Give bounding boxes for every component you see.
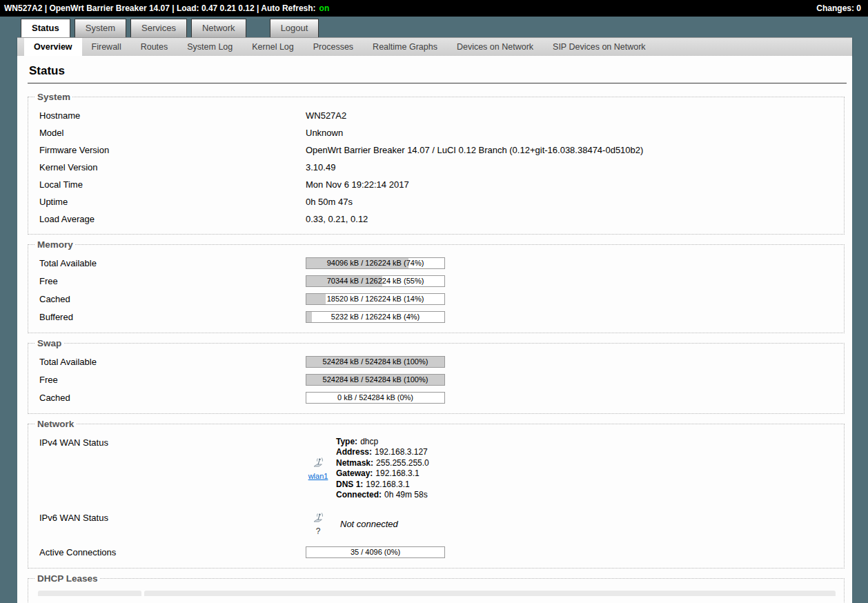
table-row: Free 70344 kB / 126224 kB (55%): [38, 272, 836, 290]
row-label: Model: [38, 127, 306, 138]
subtab-kernel-log[interactable]: Kernel Log: [242, 38, 303, 56]
row-label: Firmware Version: [38, 144, 306, 155]
detail-line: Gateway:192.168.3.1: [336, 468, 429, 480]
table-row: Buffered 5232 kB / 126224 kB (4%): [38, 308, 836, 326]
table-row: Kernel Version 3.10.49: [38, 158, 836, 175]
ipv4-wan-status-block: wlan1 Type:dhcp Address:192.168.3.127 Ne…: [306, 437, 429, 501]
section-legend: Swap: [35, 338, 63, 348]
table-row: Active Connections 35 / 4096 (0%): [38, 543, 836, 561]
table-row: Total Available 524284 kB / 524284 kB (1…: [38, 353, 836, 370]
section-legend: System: [35, 92, 72, 102]
row-value: 3.10.49: [306, 161, 335, 172]
dhcp-table-header-sliver: [38, 591, 836, 596]
table-row: Cached 0 kB / 524284 kB (0%): [38, 388, 836, 406]
section-network: Network IPv4 WAN Status wlan1: [28, 419, 845, 569]
row-value: WN527A2: [306, 110, 346, 121]
table-header-cell: [38, 591, 141, 596]
subtab-overview[interactable]: Overview: [24, 38, 82, 56]
progress-bar: 524284 kB / 524284 kB (100%): [306, 356, 445, 368]
header-left-text: WN527A2 | OpenWrt Barrier Breaker 14.07 …: [4, 3, 316, 13]
section-legend: Network: [35, 419, 76, 429]
header-bar: WN527A2 | OpenWrt Barrier Breaker 14.07 …: [0, 0, 868, 17]
progress-bar: 524284 kB / 524284 kB (100%): [306, 374, 445, 386]
table-row: Uptime 0h 50m 47s: [38, 192, 836, 210]
section-dhcp-leases: DHCP Leases: [28, 573, 845, 603]
row-label: Buffered: [38, 311, 306, 322]
table-row: Cached 18520 kB / 126224 kB (14%): [38, 290, 836, 308]
wireless-signal-unknown-icon: [313, 515, 324, 526]
row-label: Total Available: [38, 356, 306, 367]
progress-bar: 18520 kB / 126224 kB (14%): [306, 293, 445, 305]
changes-indicator[interactable]: Changes: 0: [816, 3, 861, 13]
progress-bar: 5232 kB / 126224 kB (4%): [306, 311, 445, 323]
row-label: Free: [38, 374, 306, 385]
table-row: IPv6 WAN Status ? Not connected: [38, 504, 836, 543]
table-header-cell: [144, 591, 836, 596]
detail-line: Connected:0h 49m 58s: [336, 490, 429, 501]
progress-bar: 94096 kB / 126224 kB (74%): [306, 257, 445, 269]
progress-text: 18520 kB / 126224 kB (14%): [306, 294, 444, 304]
progress-text: 524284 kB / 524284 kB (100%): [306, 357, 444, 367]
subtab-system-log[interactable]: System Log: [177, 38, 242, 56]
table-row: Hostname WN527A2: [38, 106, 836, 123]
wan-interface-link[interactable]: wlan1: [308, 472, 328, 480]
progress-bar: 0 kB / 524284 kB (0%): [306, 392, 445, 404]
progress-text: 35 / 4096 (0%): [306, 547, 444, 557]
row-label: Local Time: [38, 179, 306, 190]
tab-logout[interactable]: Logout: [270, 19, 319, 37]
row-label: Uptime: [38, 196, 306, 207]
subtab-firewall[interactable]: Firewall: [82, 38, 131, 56]
section-memory: Memory Total Available 94096 kB / 126224…: [28, 239, 845, 333]
row-label: Active Connections: [38, 546, 306, 557]
progress-text: 70344 kB / 126224 kB (55%): [306, 276, 444, 286]
table-row: Firmware Version OpenWrt Barrier Breaker…: [38, 141, 836, 158]
row-label: Total Available: [38, 257, 306, 268]
table-row: Local Time Mon Nov 6 19:22:14 2017: [38, 175, 836, 192]
tab-status[interactable]: Status: [21, 19, 70, 37]
section-system: System Hostname WN527A2 Model Unknown Fi…: [28, 92, 845, 235]
row-value: 0h 50m 47s: [306, 196, 353, 207]
table-row: Model Unknown: [38, 123, 836, 141]
detail-line: Netmask:255.255.255.0: [336, 458, 429, 469]
row-label: IPv6 WAN Status: [38, 512, 306, 523]
row-label: IPv4 WAN Status: [38, 437, 306, 448]
ipv6-status-text: Not connected: [336, 519, 398, 529]
progress-bar: 70344 kB / 126224 kB (55%): [306, 275, 445, 287]
subtab-sip-devices-on-network[interactable]: SIP Devices on Network: [543, 38, 655, 56]
progress-text: 94096 kB / 126224 kB (74%): [306, 258, 444, 268]
unknown-interface-label: ?: [316, 526, 321, 536]
section-legend: Memory: [35, 239, 75, 250]
interface-badge: wlan1: [306, 457, 331, 481]
row-value: OpenWrt Barrier Breaker 14.07 / LuCI 0.1…: [306, 144, 643, 155]
detail-line: DNS 1:192.168.3.1: [336, 480, 429, 491]
wireless-signal-icon: [313, 460, 324, 471]
section-swap: Swap Total Available 524284 kB / 524284 …: [28, 338, 845, 414]
tab-network[interactable]: Network: [191, 19, 246, 37]
page-title: Status: [28, 63, 847, 83]
row-label: Kernel Version: [38, 161, 306, 172]
row-label: Load Average: [38, 213, 306, 224]
subtab-devices-on-network[interactable]: Devices on Network: [447, 38, 543, 56]
detail-line: Address:192.168.3.127: [336, 447, 429, 458]
row-label: Cached: [38, 392, 306, 403]
subtab-routes[interactable]: Routes: [131, 38, 178, 56]
row-label: Hostname: [38, 110, 306, 121]
ipv4-details: Type:dhcp Address:192.168.3.127 Netmask:…: [336, 437, 429, 501]
table-row: Total Available 94096 kB / 126224 kB (74…: [38, 254, 836, 272]
table-row: IPv4 WAN Status wlan1 T: [38, 433, 836, 504]
interface-badge: ?: [306, 512, 331, 536]
row-label: Cached: [38, 293, 306, 304]
table-row: Free 524284 kB / 524284 kB (100%): [38, 370, 836, 388]
subtab-realtime-graphs[interactable]: Realtime Graphs: [363, 38, 447, 56]
progress-text: 5232 kB / 126224 kB (4%): [306, 312, 444, 322]
table-row: Load Average 0.33, 0.21, 0.12: [38, 210, 836, 227]
progress-bar: 35 / 4096 (0%): [306, 546, 445, 558]
auto-refresh-toggle[interactable]: on: [319, 3, 330, 13]
main-content: Status System Hostname WN527A2 Model Unk…: [17, 56, 852, 603]
tab-system[interactable]: System: [75, 19, 126, 37]
tab-services[interactable]: Services: [130, 19, 187, 37]
subtab-processes[interactable]: Processes: [304, 38, 363, 56]
progress-text: 524284 kB / 524284 kB (100%): [306, 375, 444, 385]
progress-text: 0 kB / 524284 kB (0%): [306, 393, 444, 403]
sub-tab-bar: Overview Firewall Routes System Log Kern…: [17, 37, 852, 56]
